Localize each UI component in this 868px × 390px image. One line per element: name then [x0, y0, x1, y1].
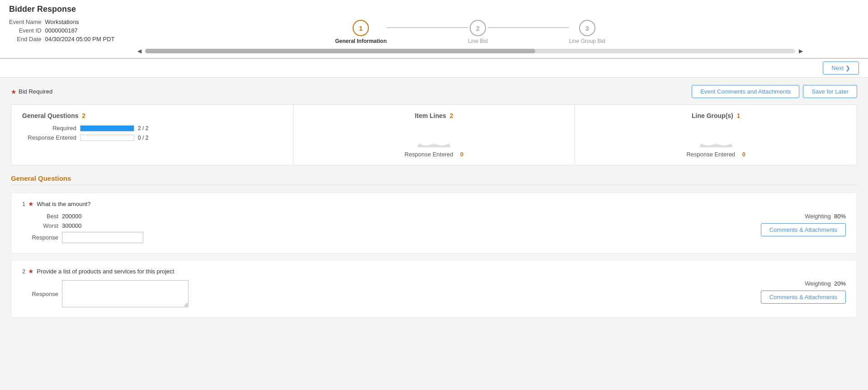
step-2-label: Line Bid	[468, 38, 487, 44]
general-count: 2	[82, 112, 85, 119]
items-count: 2	[450, 112, 453, 119]
q1-worst-label: Worst	[22, 222, 58, 229]
q2-comments-button[interactable]: Comments & Attachments	[761, 291, 846, 304]
linegroup-count: 1	[737, 112, 741, 119]
step-1: 1 General Information	[335, 20, 387, 44]
response-progress-text: 0 / 2	[138, 135, 148, 141]
items-response-label: Response Entered 0	[405, 151, 464, 158]
question-2-body: Response Weighting 20% Comments & Attach…	[22, 280, 846, 310]
q1-response-input[interactable]	[62, 232, 143, 243]
card-title-items: Item Lines 2	[415, 112, 453, 119]
main-content: ★ Bid Required Event Comments and Attach…	[0, 78, 868, 331]
card-row-required: Required 2 / 2	[22, 125, 282, 132]
summary-cards: General Questions 2 Required 2 / 2 Respo…	[11, 104, 857, 165]
scrollbar-thumb	[145, 49, 535, 53]
bid-required: ★ Bid Required	[11, 88, 52, 95]
card-title-linegroup: Line Group(s) 1	[692, 112, 740, 119]
question-1-right: Weighting 80% Comments & Attachments	[719, 213, 846, 236]
event-comments-button[interactable]: Event Comments and Attachments	[692, 85, 799, 98]
step-3-label: Line Group Bid	[569, 38, 605, 44]
linegroup-donut-svg	[698, 125, 734, 147]
q2-response-label: Response	[22, 291, 58, 297]
question-1-num: 1	[22, 201, 25, 207]
top-bar: ★ Bid Required Event Comments and Attach…	[11, 85, 857, 98]
q1-weighting: Weighting 80%	[805, 213, 846, 220]
required-progress-bar	[80, 125, 134, 132]
question-1-header: 1 ★ What is the amount?	[22, 200, 846, 207]
required-progress-fill	[80, 126, 134, 131]
required-progress-text: 2 / 2	[138, 125, 148, 132]
question-1-text: What is the amount?	[37, 201, 90, 207]
linegroup-response-count: 0	[742, 151, 745, 158]
question-1-left: Best 200000 Worst 300000 Response	[22, 213, 719, 246]
step-1-label: General Information	[335, 38, 387, 44]
required-label: Required	[22, 125, 76, 132]
next-label: Next	[831, 65, 844, 71]
step-1-circle: 1	[353, 20, 369, 36]
bid-required-label: Bid Required	[19, 88, 52, 95]
event-name-value: Workstations	[45, 18, 118, 26]
response-progress-bar	[80, 135, 134, 141]
items-donut-svg	[416, 125, 452, 147]
question-2-header: 2 ★ Provide a list of products and servi…	[22, 268, 846, 275]
linegroup-donut: Response Entered 0	[686, 125, 745, 158]
items-donut: Response Entered 0	[405, 125, 464, 158]
question-2-right: Weighting 20% Comments & Attachments	[719, 280, 846, 304]
q2-response-row: Response	[22, 280, 719, 307]
bid-required-star: ★	[11, 88, 17, 95]
event-id-label: Event ID	[9, 26, 45, 35]
q1-worst-row: Worst 300000	[22, 222, 719, 229]
summary-card-items: Item Lines 2 Response Entered 0	[293, 105, 576, 165]
step-3-circle: 3	[579, 20, 595, 36]
question-block-1: 1 ★ What is the amount? Best 200000 Wors…	[11, 193, 857, 254]
section-title-general: General Questions	[11, 174, 857, 185]
event-end-label: End Date	[9, 35, 45, 43]
event-name-label: Event Name	[9, 18, 45, 26]
event-end-value: 04/30/2024 05:00 PM PDT	[45, 35, 118, 43]
question-2-left: Response	[22, 280, 719, 310]
card-row-response: Response Entered 0 / 2	[22, 134, 282, 141]
card-title-general: General Questions 2	[22, 112, 282, 119]
scroll-left-arrow[interactable]: ◀	[136, 47, 143, 55]
q1-response-row: Response	[22, 232, 719, 243]
scrollbar-track	[145, 49, 795, 53]
q1-weighting-value: 80%	[834, 213, 846, 220]
page-title: Bidder Response	[9, 5, 859, 18]
summary-card-linegroup: Line Group(s) 1 Response Entered 0	[575, 105, 857, 165]
q1-best-value: 200000	[62, 213, 81, 220]
question-2-text: Provide a list of products and services …	[37, 268, 174, 275]
q1-worst-value: 300000	[62, 222, 81, 229]
steps: 1 General Information 2 Line Bid 3 Line …	[335, 20, 606, 44]
step-line-2	[488, 27, 569, 28]
items-response-count: 0	[460, 151, 463, 158]
response-entered-label: Response Entered	[22, 134, 76, 141]
linegroup-response-label: Response Entered 0	[686, 151, 745, 158]
q1-best-label: Best	[22, 213, 58, 220]
save-later-button[interactable]: Save for Later	[803, 85, 857, 98]
q2-weighting-value: 20%	[834, 280, 846, 287]
next-row: Next ❯	[0, 59, 868, 78]
step-line-1	[387, 27, 468, 28]
q2-weighting: Weighting 20%	[805, 280, 846, 287]
event-info: Event Name Workstations Event ID 0000000…	[9, 18, 136, 43]
summary-card-general: General Questions 2 Required 2 / 2 Respo…	[11, 105, 293, 165]
q1-response-label: Response	[22, 234, 58, 241]
event-id-value: 0000000187	[45, 26, 118, 35]
question-2-star: ★	[28, 268, 34, 275]
step-3: 3 Line Group Bid	[569, 20, 605, 44]
next-button[interactable]: Next ❯	[823, 61, 859, 75]
question-1-body: Best 200000 Worst 300000 Response Weight…	[22, 213, 846, 246]
top-buttons: Event Comments and Attachments Save for …	[692, 85, 857, 98]
scroll-right-arrow[interactable]: ▶	[797, 47, 805, 55]
question-1-star: ★	[28, 200, 34, 207]
step-2: 2 Line Bid	[468, 20, 487, 44]
question-2-num: 2	[22, 268, 25, 275]
next-chevron-icon: ❯	[845, 65, 850, 71]
q1-comments-button[interactable]: Comments & Attachments	[761, 223, 846, 236]
steps-container: 1 General Information 2 Line Bid 3 Line …	[136, 18, 805, 58]
scrollbar: ◀ ▶	[136, 44, 805, 58]
step-2-circle: 2	[470, 20, 486, 36]
question-block-2: 2 ★ Provide a list of products and servi…	[11, 260, 857, 318]
q1-best-row: Best 200000	[22, 213, 719, 220]
q2-response-textarea[interactable]	[62, 280, 189, 307]
